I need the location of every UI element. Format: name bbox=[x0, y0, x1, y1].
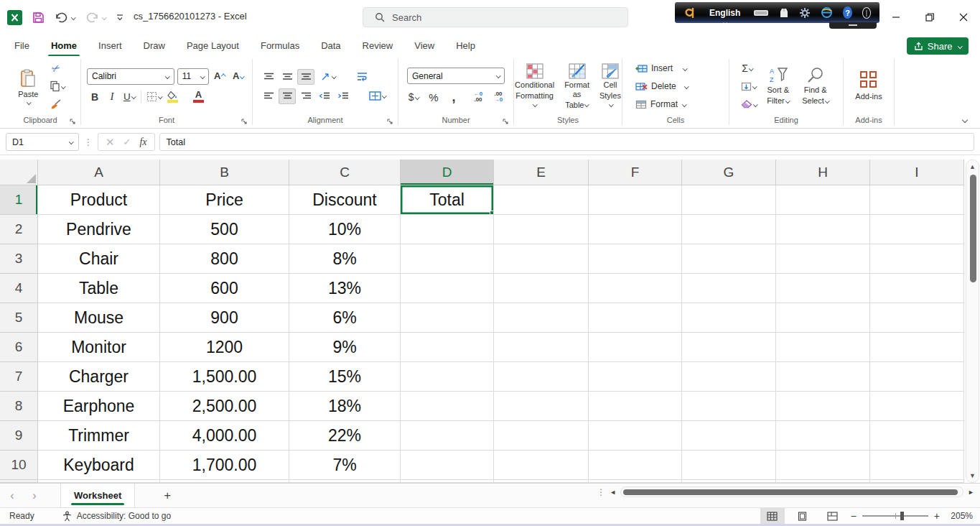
cell-c9[interactable]: 22% bbox=[289, 421, 401, 451]
cell-a1[interactable]: Product bbox=[38, 185, 160, 215]
cell-c3[interactable]: 8% bbox=[289, 244, 401, 274]
increase-indent-button[interactable] bbox=[335, 88, 352, 104]
cancel-entry-button[interactable]: ✕ bbox=[106, 136, 115, 149]
find-select-button[interactable]: Find & Select bbox=[798, 65, 833, 107]
column-header-h[interactable]: H bbox=[776, 160, 870, 185]
sort-filter-button[interactable]: AZ Sort & Filter bbox=[762, 65, 793, 107]
decrease-decimal-button[interactable]: .00→0 bbox=[490, 89, 506, 105]
name-box[interactable]: D1 bbox=[6, 133, 79, 151]
tab-page-layout[interactable]: Page Layout bbox=[185, 37, 241, 55]
tab-draw[interactable]: Draw bbox=[142, 37, 167, 55]
redo-dropdown-icon[interactable] bbox=[102, 15, 106, 19]
zoom-level[interactable]: 205% bbox=[946, 511, 973, 521]
currency-button[interactable]: $ bbox=[406, 89, 421, 105]
cell[interactable] bbox=[870, 185, 964, 215]
cell-d1-selected[interactable]: Total bbox=[401, 185, 494, 215]
row-header-4[interactable]: 4 bbox=[0, 274, 38, 303]
clear-dropdown-icon[interactable] bbox=[753, 102, 757, 106]
cell-d2[interactable] bbox=[401, 215, 494, 244]
tab-data[interactable]: Data bbox=[319, 37, 342, 55]
row-header-8[interactable]: 8 bbox=[0, 392, 38, 421]
format-painter-button[interactable] bbox=[48, 96, 64, 112]
font-size-combo[interactable]: 11 bbox=[177, 68, 209, 85]
cell[interactable] bbox=[589, 392, 682, 421]
cell[interactable] bbox=[494, 244, 589, 274]
cell[interactable] bbox=[494, 333, 589, 362]
cell[interactable] bbox=[870, 274, 964, 303]
input-tool-icon[interactable] bbox=[779, 7, 789, 19]
undo-button[interactable] bbox=[55, 11, 75, 23]
customize-qat-button[interactable] bbox=[116, 13, 124, 22]
cell-d6[interactable] bbox=[401, 333, 494, 362]
language-bar-grip[interactable] bbox=[829, 22, 877, 29]
cell[interactable] bbox=[776, 185, 870, 215]
cell[interactable] bbox=[870, 303, 964, 333]
cell-d4[interactable] bbox=[401, 274, 494, 303]
row-header-6[interactable]: 6 bbox=[0, 333, 38, 362]
orientation-dropdown-icon[interactable] bbox=[332, 74, 336, 78]
fill-dropdown-icon[interactable] bbox=[752, 84, 757, 88]
cell[interactable] bbox=[589, 185, 682, 215]
column-header-d[interactable]: D bbox=[401, 160, 494, 185]
center-button[interactable] bbox=[279, 88, 296, 104]
underline-button[interactable]: U bbox=[121, 89, 137, 105]
cell-a9[interactable]: Trimmer bbox=[38, 421, 160, 451]
cell-b5[interactable]: 900 bbox=[160, 303, 289, 333]
zoom-slider-thumb[interactable] bbox=[900, 512, 904, 520]
bold-button[interactable]: B bbox=[87, 89, 103, 105]
cell[interactable] bbox=[682, 392, 776, 421]
next-sheet-button[interactable]: › bbox=[24, 489, 45, 502]
paste-dropdown-icon[interactable] bbox=[27, 100, 31, 104]
cell[interactable] bbox=[682, 303, 776, 333]
cell[interactable] bbox=[589, 244, 682, 274]
cell[interactable] bbox=[589, 303, 682, 333]
cell-b8[interactable]: 2,500.00 bbox=[160, 392, 289, 421]
cell-a6[interactable]: Monitor bbox=[38, 333, 160, 362]
merge-center-dropdown-icon[interactable] bbox=[382, 93, 386, 98]
font-dialog-launcher[interactable] bbox=[241, 119, 248, 125]
borders-dropdown-icon[interactable] bbox=[158, 94, 162, 98]
enter-entry-button[interactable]: ✓ bbox=[123, 137, 131, 147]
cell[interactable] bbox=[494, 451, 589, 480]
zoom-in-button[interactable]: + bbox=[934, 510, 940, 522]
scroll-left-icon[interactable]: ◄ bbox=[610, 489, 616, 496]
zoom-slider[interactable] bbox=[862, 515, 928, 517]
cell[interactable] bbox=[682, 333, 776, 362]
cell[interactable] bbox=[776, 274, 870, 303]
cell-a8[interactable]: Earphone bbox=[38, 392, 160, 421]
tab-view[interactable]: View bbox=[413, 37, 436, 55]
cell-a5[interactable]: Mouse bbox=[38, 303, 160, 333]
cell-c7[interactable]: 15% bbox=[289, 362, 401, 392]
cell[interactable] bbox=[589, 274, 682, 303]
tab-home[interactable]: Home bbox=[50, 37, 78, 55]
cell[interactable] bbox=[494, 362, 589, 392]
underline-dropdown-icon[interactable] bbox=[131, 94, 136, 98]
middle-align-button[interactable] bbox=[279, 69, 296, 85]
comma-style-button[interactable]: , bbox=[446, 89, 462, 105]
cell[interactable] bbox=[870, 362, 964, 392]
decrease-font-size-button[interactable]: A bbox=[230, 68, 246, 84]
cell-d3[interactable] bbox=[401, 244, 494, 274]
copy-dropdown-icon[interactable] bbox=[61, 84, 65, 88]
tab-review[interactable]: Review bbox=[361, 37, 395, 55]
cell[interactable] bbox=[776, 303, 870, 333]
cell[interactable] bbox=[494, 421, 589, 451]
cell[interactable] bbox=[494, 215, 589, 244]
cell-a3[interactable]: Chair bbox=[38, 244, 160, 274]
cell-b2[interactable]: 500 bbox=[160, 215, 289, 244]
formula-bar-grip-icon[interactable]: ⋮ bbox=[84, 137, 93, 147]
format-as-table-button[interactable]: Format as Table bbox=[560, 62, 594, 111]
column-header-a[interactable]: A bbox=[38, 160, 160, 185]
cell[interactable] bbox=[682, 451, 776, 480]
font-name-combo[interactable]: Calibri bbox=[87, 68, 174, 85]
paste-button[interactable]: Paste bbox=[14, 68, 42, 106]
cell[interactable] bbox=[494, 274, 589, 303]
normal-view-button[interactable] bbox=[760, 508, 785, 524]
tab-insert[interactable]: Insert bbox=[97, 37, 123, 55]
cell[interactable] bbox=[589, 421, 682, 451]
decrease-indent-button[interactable] bbox=[316, 88, 333, 104]
horizontal-scroll-thumb[interactable] bbox=[623, 489, 958, 495]
language-label[interactable]: English bbox=[706, 8, 743, 18]
collapse-ribbon-icon[interactable] bbox=[962, 117, 968, 123]
cell-c2[interactable]: 10% bbox=[289, 215, 401, 244]
